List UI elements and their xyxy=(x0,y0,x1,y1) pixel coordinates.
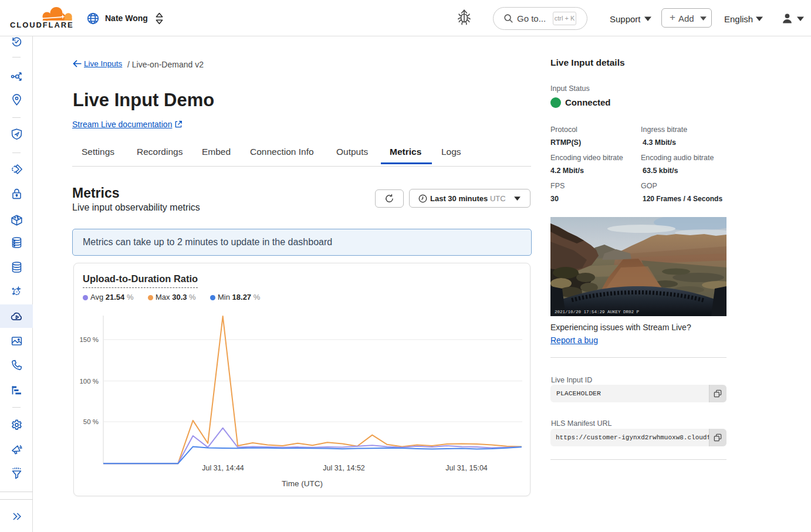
svg-text:Jul 31, 15:04: Jul 31, 15:04 xyxy=(445,464,488,472)
svg-text:2021/10/20 17:54:29 AUKEY DR02: 2021/10/20 17:54:29 AUKEY DR02 P xyxy=(555,310,640,314)
svg-text:Jul 31, 14:44: Jul 31, 14:44 xyxy=(202,464,244,472)
svg-text:150 %: 150 % xyxy=(79,336,99,343)
svg-text:100 %: 100 % xyxy=(79,378,99,385)
svg-text:50 %: 50 % xyxy=(83,418,99,425)
svg-text:Jul 31, 14:52: Jul 31, 14:52 xyxy=(323,464,365,472)
svg-text:Time (UTC): Time (UTC) xyxy=(282,479,323,488)
svg-text:CLOUDFLARE: CLOUDFLARE xyxy=(10,21,74,29)
